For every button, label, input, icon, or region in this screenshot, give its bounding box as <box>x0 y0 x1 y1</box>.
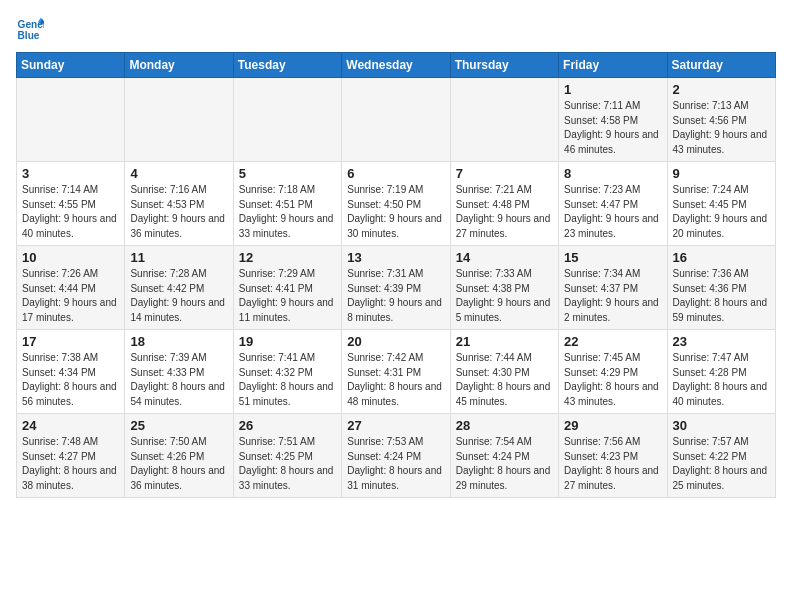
calendar-cell: 12Sunrise: 7:29 AM Sunset: 4:41 PM Dayli… <box>233 246 341 330</box>
calendar-cell: 25Sunrise: 7:50 AM Sunset: 4:26 PM Dayli… <box>125 414 233 498</box>
col-header-tuesday: Tuesday <box>233 53 341 78</box>
day-info: Sunrise: 7:13 AM Sunset: 4:56 PM Dayligh… <box>673 99 770 157</box>
calendar-cell: 28Sunrise: 7:54 AM Sunset: 4:24 PM Dayli… <box>450 414 558 498</box>
day-info: Sunrise: 7:54 AM Sunset: 4:24 PM Dayligh… <box>456 435 553 493</box>
day-number: 29 <box>564 418 661 433</box>
day-number: 11 <box>130 250 227 265</box>
day-number: 18 <box>130 334 227 349</box>
day-number: 26 <box>239 418 336 433</box>
calendar-cell: 2Sunrise: 7:13 AM Sunset: 4:56 PM Daylig… <box>667 78 775 162</box>
calendar-header-row: SundayMondayTuesdayWednesdayThursdayFrid… <box>17 53 776 78</box>
day-info: Sunrise: 7:45 AM Sunset: 4:29 PM Dayligh… <box>564 351 661 409</box>
calendar-cell: 17Sunrise: 7:38 AM Sunset: 4:34 PM Dayli… <box>17 330 125 414</box>
day-info: Sunrise: 7:41 AM Sunset: 4:32 PM Dayligh… <box>239 351 336 409</box>
calendar-cell: 8Sunrise: 7:23 AM Sunset: 4:47 PM Daylig… <box>559 162 667 246</box>
day-number: 22 <box>564 334 661 349</box>
day-number: 24 <box>22 418 119 433</box>
day-info: Sunrise: 7:34 AM Sunset: 4:37 PM Dayligh… <box>564 267 661 325</box>
calendar-week-row: 10Sunrise: 7:26 AM Sunset: 4:44 PM Dayli… <box>17 246 776 330</box>
day-number: 5 <box>239 166 336 181</box>
calendar-cell: 7Sunrise: 7:21 AM Sunset: 4:48 PM Daylig… <box>450 162 558 246</box>
day-number: 16 <box>673 250 770 265</box>
calendar-cell: 4Sunrise: 7:16 AM Sunset: 4:53 PM Daylig… <box>125 162 233 246</box>
day-number: 9 <box>673 166 770 181</box>
calendar-cell: 23Sunrise: 7:47 AM Sunset: 4:28 PM Dayli… <box>667 330 775 414</box>
calendar-cell: 30Sunrise: 7:57 AM Sunset: 4:22 PM Dayli… <box>667 414 775 498</box>
day-info: Sunrise: 7:42 AM Sunset: 4:31 PM Dayligh… <box>347 351 444 409</box>
day-number: 28 <box>456 418 553 433</box>
calendar-week-row: 3Sunrise: 7:14 AM Sunset: 4:55 PM Daylig… <box>17 162 776 246</box>
calendar-cell: 14Sunrise: 7:33 AM Sunset: 4:38 PM Dayli… <box>450 246 558 330</box>
day-info: Sunrise: 7:11 AM Sunset: 4:58 PM Dayligh… <box>564 99 661 157</box>
day-info: Sunrise: 7:23 AM Sunset: 4:47 PM Dayligh… <box>564 183 661 241</box>
calendar-cell: 13Sunrise: 7:31 AM Sunset: 4:39 PM Dayli… <box>342 246 450 330</box>
day-info: Sunrise: 7:31 AM Sunset: 4:39 PM Dayligh… <box>347 267 444 325</box>
day-info: Sunrise: 7:56 AM Sunset: 4:23 PM Dayligh… <box>564 435 661 493</box>
col-header-monday: Monday <box>125 53 233 78</box>
day-info: Sunrise: 7:24 AM Sunset: 4:45 PM Dayligh… <box>673 183 770 241</box>
day-number: 30 <box>673 418 770 433</box>
calendar-cell: 16Sunrise: 7:36 AM Sunset: 4:36 PM Dayli… <box>667 246 775 330</box>
day-info: Sunrise: 7:39 AM Sunset: 4:33 PM Dayligh… <box>130 351 227 409</box>
calendar-cell: 20Sunrise: 7:42 AM Sunset: 4:31 PM Dayli… <box>342 330 450 414</box>
calendar-cell: 5Sunrise: 7:18 AM Sunset: 4:51 PM Daylig… <box>233 162 341 246</box>
col-header-thursday: Thursday <box>450 53 558 78</box>
col-header-saturday: Saturday <box>667 53 775 78</box>
day-info: Sunrise: 7:50 AM Sunset: 4:26 PM Dayligh… <box>130 435 227 493</box>
day-number: 10 <box>22 250 119 265</box>
day-info: Sunrise: 7:33 AM Sunset: 4:38 PM Dayligh… <box>456 267 553 325</box>
calendar-cell: 9Sunrise: 7:24 AM Sunset: 4:45 PM Daylig… <box>667 162 775 246</box>
col-header-wednesday: Wednesday <box>342 53 450 78</box>
day-info: Sunrise: 7:14 AM Sunset: 4:55 PM Dayligh… <box>22 183 119 241</box>
calendar-cell <box>17 78 125 162</box>
day-info: Sunrise: 7:29 AM Sunset: 4:41 PM Dayligh… <box>239 267 336 325</box>
day-number: 12 <box>239 250 336 265</box>
calendar-cell: 10Sunrise: 7:26 AM Sunset: 4:44 PM Dayli… <box>17 246 125 330</box>
day-info: Sunrise: 7:44 AM Sunset: 4:30 PM Dayligh… <box>456 351 553 409</box>
day-info: Sunrise: 7:36 AM Sunset: 4:36 PM Dayligh… <box>673 267 770 325</box>
calendar-week-row: 24Sunrise: 7:48 AM Sunset: 4:27 PM Dayli… <box>17 414 776 498</box>
calendar-cell: 3Sunrise: 7:14 AM Sunset: 4:55 PM Daylig… <box>17 162 125 246</box>
calendar-cell: 29Sunrise: 7:56 AM Sunset: 4:23 PM Dayli… <box>559 414 667 498</box>
calendar-table: SundayMondayTuesdayWednesdayThursdayFrid… <box>16 52 776 498</box>
col-header-sunday: Sunday <box>17 53 125 78</box>
day-number: 17 <box>22 334 119 349</box>
logo: General Blue <box>16 16 44 44</box>
day-info: Sunrise: 7:19 AM Sunset: 4:50 PM Dayligh… <box>347 183 444 241</box>
calendar-week-row: 1Sunrise: 7:11 AM Sunset: 4:58 PM Daylig… <box>17 78 776 162</box>
day-number: 6 <box>347 166 444 181</box>
day-number: 25 <box>130 418 227 433</box>
day-info: Sunrise: 7:28 AM Sunset: 4:42 PM Dayligh… <box>130 267 227 325</box>
calendar-cell: 27Sunrise: 7:53 AM Sunset: 4:24 PM Dayli… <box>342 414 450 498</box>
day-number: 1 <box>564 82 661 97</box>
day-number: 27 <box>347 418 444 433</box>
calendar-cell: 22Sunrise: 7:45 AM Sunset: 4:29 PM Dayli… <box>559 330 667 414</box>
day-number: 8 <box>564 166 661 181</box>
col-header-friday: Friday <box>559 53 667 78</box>
day-number: 2 <box>673 82 770 97</box>
day-number: 15 <box>564 250 661 265</box>
day-number: 4 <box>130 166 227 181</box>
day-info: Sunrise: 7:57 AM Sunset: 4:22 PM Dayligh… <box>673 435 770 493</box>
day-info: Sunrise: 7:53 AM Sunset: 4:24 PM Dayligh… <box>347 435 444 493</box>
calendar-cell: 6Sunrise: 7:19 AM Sunset: 4:50 PM Daylig… <box>342 162 450 246</box>
day-number: 20 <box>347 334 444 349</box>
calendar-cell <box>125 78 233 162</box>
calendar-cell: 18Sunrise: 7:39 AM Sunset: 4:33 PM Dayli… <box>125 330 233 414</box>
calendar-cell: 26Sunrise: 7:51 AM Sunset: 4:25 PM Dayli… <box>233 414 341 498</box>
calendar-cell: 19Sunrise: 7:41 AM Sunset: 4:32 PM Dayli… <box>233 330 341 414</box>
calendar-cell: 21Sunrise: 7:44 AM Sunset: 4:30 PM Dayli… <box>450 330 558 414</box>
calendar-cell <box>233 78 341 162</box>
calendar-cell <box>342 78 450 162</box>
day-number: 21 <box>456 334 553 349</box>
svg-text:Blue: Blue <box>18 30 40 41</box>
calendar-cell: 15Sunrise: 7:34 AM Sunset: 4:37 PM Dayli… <box>559 246 667 330</box>
day-info: Sunrise: 7:51 AM Sunset: 4:25 PM Dayligh… <box>239 435 336 493</box>
day-info: Sunrise: 7:48 AM Sunset: 4:27 PM Dayligh… <box>22 435 119 493</box>
day-number: 23 <box>673 334 770 349</box>
calendar-cell: 24Sunrise: 7:48 AM Sunset: 4:27 PM Dayli… <box>17 414 125 498</box>
page-header: General Blue <box>16 16 776 44</box>
day-info: Sunrise: 7:16 AM Sunset: 4:53 PM Dayligh… <box>130 183 227 241</box>
day-info: Sunrise: 7:47 AM Sunset: 4:28 PM Dayligh… <box>673 351 770 409</box>
day-number: 3 <box>22 166 119 181</box>
